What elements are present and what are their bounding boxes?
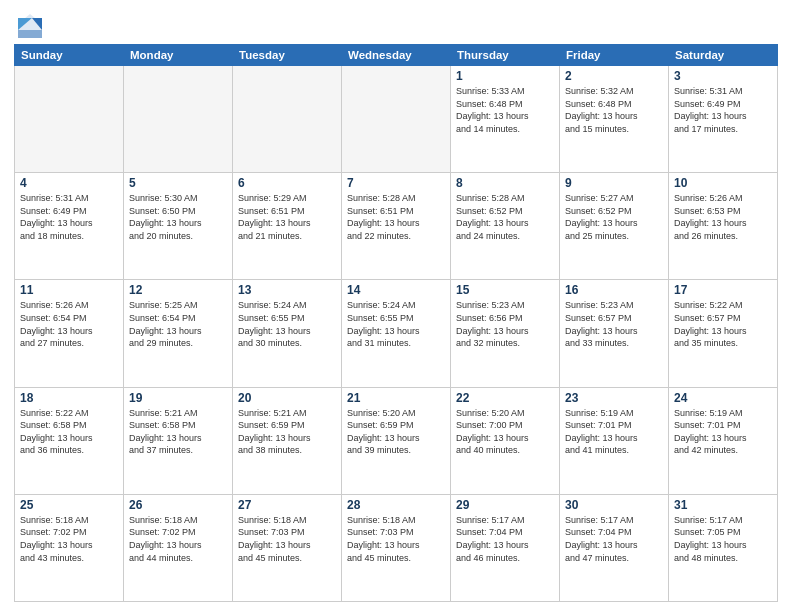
calendar-cell: 16Sunrise: 5:23 AM Sunset: 6:57 PM Dayli… xyxy=(560,280,669,387)
week-row-4: 18Sunrise: 5:22 AM Sunset: 6:58 PM Dayli… xyxy=(15,387,778,494)
day-info: Sunrise: 5:26 AM Sunset: 6:54 PM Dayligh… xyxy=(20,299,118,349)
day-info: Sunrise: 5:21 AM Sunset: 6:58 PM Dayligh… xyxy=(129,407,227,457)
day-number: 4 xyxy=(20,176,118,190)
day-info: Sunrise: 5:28 AM Sunset: 6:51 PM Dayligh… xyxy=(347,192,445,242)
calendar-cell xyxy=(15,66,124,173)
calendar-cell: 1Sunrise: 5:33 AM Sunset: 6:48 PM Daylig… xyxy=(451,66,560,173)
calendar-cell: 28Sunrise: 5:18 AM Sunset: 7:03 PM Dayli… xyxy=(342,494,451,601)
day-number: 14 xyxy=(347,283,445,297)
day-number: 28 xyxy=(347,498,445,512)
calendar-cell: 13Sunrise: 5:24 AM Sunset: 6:55 PM Dayli… xyxy=(233,280,342,387)
calendar-cell: 20Sunrise: 5:21 AM Sunset: 6:59 PM Dayli… xyxy=(233,387,342,494)
page: SundayMondayTuesdayWednesdayThursdayFrid… xyxy=(0,0,792,612)
weekday-header-monday: Monday xyxy=(124,45,233,66)
day-info: Sunrise: 5:22 AM Sunset: 6:58 PM Dayligh… xyxy=(20,407,118,457)
calendar-cell: 8Sunrise: 5:28 AM Sunset: 6:52 PM Daylig… xyxy=(451,173,560,280)
day-number: 21 xyxy=(347,391,445,405)
day-info: Sunrise: 5:17 AM Sunset: 7:05 PM Dayligh… xyxy=(674,514,772,564)
weekday-header-row: SundayMondayTuesdayWednesdayThursdayFrid… xyxy=(15,45,778,66)
day-info: Sunrise: 5:27 AM Sunset: 6:52 PM Dayligh… xyxy=(565,192,663,242)
day-number: 15 xyxy=(456,283,554,297)
day-info: Sunrise: 5:17 AM Sunset: 7:04 PM Dayligh… xyxy=(456,514,554,564)
calendar-table: SundayMondayTuesdayWednesdayThursdayFrid… xyxy=(14,44,778,602)
day-number: 17 xyxy=(674,283,772,297)
day-number: 26 xyxy=(129,498,227,512)
week-row-2: 4Sunrise: 5:31 AM Sunset: 6:49 PM Daylig… xyxy=(15,173,778,280)
day-number: 24 xyxy=(674,391,772,405)
day-number: 19 xyxy=(129,391,227,405)
calendar-cell xyxy=(124,66,233,173)
day-info: Sunrise: 5:32 AM Sunset: 6:48 PM Dayligh… xyxy=(565,85,663,135)
day-number: 12 xyxy=(129,283,227,297)
day-info: Sunrise: 5:25 AM Sunset: 6:54 PM Dayligh… xyxy=(129,299,227,349)
calendar-cell: 11Sunrise: 5:26 AM Sunset: 6:54 PM Dayli… xyxy=(15,280,124,387)
day-number: 1 xyxy=(456,69,554,83)
calendar-cell: 24Sunrise: 5:19 AM Sunset: 7:01 PM Dayli… xyxy=(669,387,778,494)
calendar-cell: 18Sunrise: 5:22 AM Sunset: 6:58 PM Dayli… xyxy=(15,387,124,494)
day-number: 31 xyxy=(674,498,772,512)
day-number: 11 xyxy=(20,283,118,297)
day-info: Sunrise: 5:23 AM Sunset: 6:57 PM Dayligh… xyxy=(565,299,663,349)
calendar-cell: 22Sunrise: 5:20 AM Sunset: 7:00 PM Dayli… xyxy=(451,387,560,494)
calendar-cell: 3Sunrise: 5:31 AM Sunset: 6:49 PM Daylig… xyxy=(669,66,778,173)
calendar-cell xyxy=(233,66,342,173)
day-number: 25 xyxy=(20,498,118,512)
calendar-cell: 4Sunrise: 5:31 AM Sunset: 6:49 PM Daylig… xyxy=(15,173,124,280)
week-row-1: 1Sunrise: 5:33 AM Sunset: 6:48 PM Daylig… xyxy=(15,66,778,173)
day-info: Sunrise: 5:19 AM Sunset: 7:01 PM Dayligh… xyxy=(565,407,663,457)
day-info: Sunrise: 5:18 AM Sunset: 7:03 PM Dayligh… xyxy=(347,514,445,564)
weekday-header-sunday: Sunday xyxy=(15,45,124,66)
day-info: Sunrise: 5:28 AM Sunset: 6:52 PM Dayligh… xyxy=(456,192,554,242)
day-info: Sunrise: 5:26 AM Sunset: 6:53 PM Dayligh… xyxy=(674,192,772,242)
calendar-cell: 23Sunrise: 5:19 AM Sunset: 7:01 PM Dayli… xyxy=(560,387,669,494)
day-info: Sunrise: 5:24 AM Sunset: 6:55 PM Dayligh… xyxy=(238,299,336,349)
day-number: 3 xyxy=(674,69,772,83)
logo-icon xyxy=(14,10,42,38)
day-number: 18 xyxy=(20,391,118,405)
weekday-header-friday: Friday xyxy=(560,45,669,66)
day-info: Sunrise: 5:29 AM Sunset: 6:51 PM Dayligh… xyxy=(238,192,336,242)
day-number: 7 xyxy=(347,176,445,190)
calendar-cell: 6Sunrise: 5:29 AM Sunset: 6:51 PM Daylig… xyxy=(233,173,342,280)
calendar-cell: 31Sunrise: 5:17 AM Sunset: 7:05 PM Dayli… xyxy=(669,494,778,601)
weekday-header-saturday: Saturday xyxy=(669,45,778,66)
day-info: Sunrise: 5:18 AM Sunset: 7:02 PM Dayligh… xyxy=(129,514,227,564)
weekday-header-wednesday: Wednesday xyxy=(342,45,451,66)
logo xyxy=(14,10,46,38)
calendar-cell: 10Sunrise: 5:26 AM Sunset: 6:53 PM Dayli… xyxy=(669,173,778,280)
calendar-cell: 5Sunrise: 5:30 AM Sunset: 6:50 PM Daylig… xyxy=(124,173,233,280)
calendar-cell: 12Sunrise: 5:25 AM Sunset: 6:54 PM Dayli… xyxy=(124,280,233,387)
day-info: Sunrise: 5:19 AM Sunset: 7:01 PM Dayligh… xyxy=(674,407,772,457)
weekday-header-tuesday: Tuesday xyxy=(233,45,342,66)
day-number: 5 xyxy=(129,176,227,190)
calendar-cell: 19Sunrise: 5:21 AM Sunset: 6:58 PM Dayli… xyxy=(124,387,233,494)
weekday-header-thursday: Thursday xyxy=(451,45,560,66)
day-info: Sunrise: 5:31 AM Sunset: 6:49 PM Dayligh… xyxy=(674,85,772,135)
day-info: Sunrise: 5:21 AM Sunset: 6:59 PM Dayligh… xyxy=(238,407,336,457)
calendar-cell: 27Sunrise: 5:18 AM Sunset: 7:03 PM Dayli… xyxy=(233,494,342,601)
calendar-cell: 25Sunrise: 5:18 AM Sunset: 7:02 PM Dayli… xyxy=(15,494,124,601)
calendar-cell: 14Sunrise: 5:24 AM Sunset: 6:55 PM Dayli… xyxy=(342,280,451,387)
calendar-cell xyxy=(342,66,451,173)
day-info: Sunrise: 5:20 AM Sunset: 6:59 PM Dayligh… xyxy=(347,407,445,457)
calendar-cell: 21Sunrise: 5:20 AM Sunset: 6:59 PM Dayli… xyxy=(342,387,451,494)
week-row-5: 25Sunrise: 5:18 AM Sunset: 7:02 PM Dayli… xyxy=(15,494,778,601)
day-number: 16 xyxy=(565,283,663,297)
day-number: 13 xyxy=(238,283,336,297)
header xyxy=(14,10,778,38)
day-number: 29 xyxy=(456,498,554,512)
day-number: 9 xyxy=(565,176,663,190)
day-info: Sunrise: 5:23 AM Sunset: 6:56 PM Dayligh… xyxy=(456,299,554,349)
calendar-cell: 17Sunrise: 5:22 AM Sunset: 6:57 PM Dayli… xyxy=(669,280,778,387)
calendar-cell: 26Sunrise: 5:18 AM Sunset: 7:02 PM Dayli… xyxy=(124,494,233,601)
day-number: 20 xyxy=(238,391,336,405)
calendar-cell: 9Sunrise: 5:27 AM Sunset: 6:52 PM Daylig… xyxy=(560,173,669,280)
calendar-cell: 30Sunrise: 5:17 AM Sunset: 7:04 PM Dayli… xyxy=(560,494,669,601)
calendar-cell: 7Sunrise: 5:28 AM Sunset: 6:51 PM Daylig… xyxy=(342,173,451,280)
day-info: Sunrise: 5:20 AM Sunset: 7:00 PM Dayligh… xyxy=(456,407,554,457)
day-info: Sunrise: 5:17 AM Sunset: 7:04 PM Dayligh… xyxy=(565,514,663,564)
day-number: 2 xyxy=(565,69,663,83)
day-number: 8 xyxy=(456,176,554,190)
day-info: Sunrise: 5:30 AM Sunset: 6:50 PM Dayligh… xyxy=(129,192,227,242)
week-row-3: 11Sunrise: 5:26 AM Sunset: 6:54 PM Dayli… xyxy=(15,280,778,387)
